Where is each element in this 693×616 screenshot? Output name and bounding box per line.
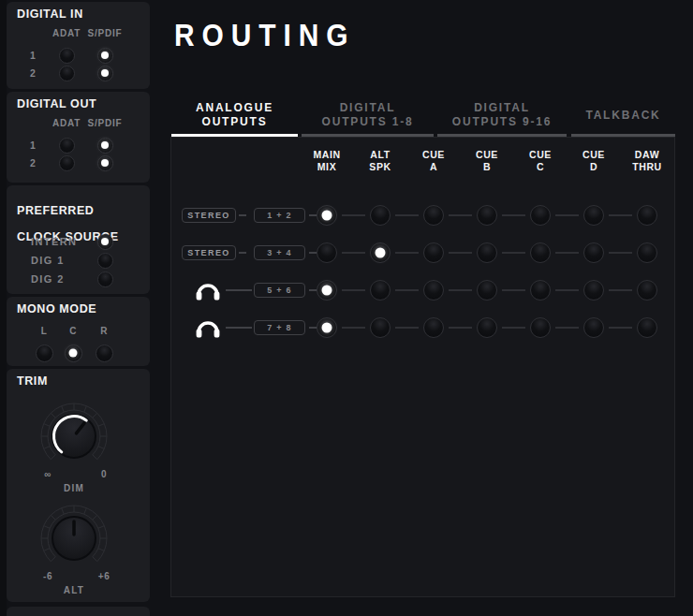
channel-number-label: 2 [25, 67, 40, 79]
radio-dot [101, 69, 109, 77]
routing-radio-3-4-alt-spk[interactable] [370, 242, 391, 263]
routing-radio-1-2-cue-c[interactable] [530, 205, 551, 226]
radio-dot [322, 211, 332, 221]
adat-radio[interactable] [59, 155, 75, 171]
alt-max-label: +6 [93, 571, 115, 581]
connector-line [342, 214, 365, 216]
clock-option-label-intern: INTERN [31, 236, 77, 247]
radio-dot [101, 159, 109, 167]
connector-line [342, 289, 365, 291]
radio-dot [101, 141, 109, 149]
connector-line [609, 327, 632, 329]
routing-radio-5-6-cue-b[interactable] [477, 280, 497, 301]
s-pdif-radio[interactable] [97, 66, 113, 81]
radio-dot [101, 51, 109, 59]
routing-radio-7-8-daw-thru[interactable] [637, 317, 657, 338]
alt-min-label: -6 [37, 571, 59, 581]
routing-radio-1-2-cue-b[interactable] [477, 205, 497, 226]
routing-radio-1-2-alt-spk[interactable] [370, 205, 391, 226]
routing-radio-7-8-cue-b[interactable] [477, 317, 497, 338]
mono-option-radio-l[interactable] [36, 345, 53, 362]
routing-radio-3-4-cue-a[interactable] [423, 242, 444, 263]
column-header-alt-spk: ALTSPK [352, 149, 408, 173]
mono-option-label-r: R [93, 326, 115, 336]
clock-source-section: PREFERRED CLOCK SOURCE INTERNDIG 1DIG 2 [7, 185, 150, 294]
mono-option-radio-r[interactable] [96, 345, 113, 362]
next-section-partial [7, 607, 150, 616]
stereo-badge[interactable]: STEREO [182, 245, 236, 260]
routing-radio-7-8-main-mix[interactable] [317, 317, 337, 338]
adat-radio[interactable] [59, 138, 75, 154]
radio-dot [376, 248, 386, 258]
column-header-cue-b: CUEB [459, 149, 515, 173]
mono-option-radio-c[interactable] [65, 345, 82, 362]
dim-knob[interactable] [37, 399, 111, 474]
tab-analogue-outputs[interactable]: ANALOGUEOUTPUTS [171, 88, 298, 137]
clock-option-radio-dig-2[interactable] [97, 271, 113, 287]
channel-number-label: 1 [25, 50, 40, 61]
page-title: ROUTING [174, 17, 355, 53]
s-pdif-radio[interactable] [97, 48, 113, 64]
clock-title-line1: PREFERRED [17, 204, 95, 217]
routing-radio-7-8-cue-a[interactable] [423, 317, 444, 338]
s-pdif-radio[interactable] [97, 155, 113, 171]
radio-dot [322, 323, 332, 333]
routing-radio-1-2-cue-d[interactable] [583, 205, 604, 226]
stereo-badge[interactable]: STEREO [182, 208, 236, 223]
column-header-cue-c: CUEC [512, 149, 568, 173]
mono-mode-title: MONO MODE [17, 302, 96, 315]
routing-radio-5-6-cue-c[interactable] [530, 280, 551, 301]
adat-radio[interactable] [59, 66, 75, 81]
tab-talkback[interactable]: TALKBACK [571, 88, 675, 137]
connector-line [502, 327, 525, 329]
column-header-daw-thru: DAWTHRU [619, 149, 675, 173]
clock-option-radio-intern[interactable] [97, 234, 113, 250]
routing-radio-3-4-main-mix[interactable] [317, 242, 337, 263]
digital-out-title: DIGITAL OUT [17, 97, 96, 110]
connector-dash [309, 327, 317, 329]
connector-line [609, 289, 632, 291]
clock-option-radio-dig-1[interactable] [97, 253, 113, 269]
dim-max-label: 0 [93, 469, 115, 479]
routing-radio-7-8-alt-spk[interactable] [370, 317, 391, 338]
alt-knob[interactable] [37, 501, 111, 576]
routing-radio-1-2-daw-thru[interactable] [637, 205, 657, 226]
connector-line [395, 327, 419, 329]
connector-line [226, 327, 252, 329]
connector-line [609, 214, 632, 216]
s-pdif-column-label: S/PDIF [81, 28, 128, 38]
s-pdif-radio[interactable] [97, 138, 113, 154]
channel-number-label: 1 [25, 139, 40, 151]
tab-digital-outputs-1-8[interactable]: DIGITALOUTPUTS 1-8 [302, 88, 434, 137]
routing-row-5-6: 5 + 6 [171, 280, 676, 301]
routing-radio-5-6-cue-d[interactable] [583, 280, 604, 301]
routing-radio-1-2-cue-a[interactable] [423, 205, 444, 226]
routing-radio-3-4-daw-thru[interactable] [637, 242, 657, 263]
routing-radio-5-6-main-mix[interactable] [317, 280, 337, 301]
s-pdif-column-label: S/PDIF [81, 118, 128, 128]
routing-row-7-8: 7 + 8 [171, 317, 676, 338]
connector-dash [309, 214, 317, 216]
routing-radio-5-6-daw-thru[interactable] [637, 280, 657, 301]
adat-radio[interactable] [59, 48, 75, 64]
headphones-icon [195, 318, 221, 338]
routing-radio-3-4-cue-b[interactable] [477, 242, 497, 263]
routing-row-1-2: STEREO1 + 2 [171, 205, 676, 226]
connector-line [449, 252, 472, 254]
routing-radio-7-8-cue-d[interactable] [583, 317, 604, 338]
routing-radio-5-6-alt-spk[interactable] [370, 280, 391, 301]
clock-option-label-dig-1: DIG 1 [31, 255, 65, 266]
routing-radio-5-6-cue-a[interactable] [423, 280, 444, 301]
tab-label: DIGITALOUTPUTS 9-16 [452, 101, 552, 129]
connector-line [502, 252, 525, 254]
routing-radio-3-4-cue-c[interactable] [530, 242, 551, 263]
connector-line [226, 289, 252, 291]
routing-radio-3-4-cue-d[interactable] [583, 242, 604, 263]
connector-dash [239, 214, 246, 216]
routing-radio-1-2-main-mix[interactable] [317, 205, 337, 226]
tab-digital-outputs-9-16[interactable]: DIGITALOUTPUTS 9-16 [437, 88, 567, 137]
routing-radio-7-8-cue-c[interactable] [530, 317, 551, 338]
connector-dash [239, 252, 246, 254]
tab-label: ANALOGUEOUTPUTS [196, 101, 273, 129]
connector-line [555, 252, 579, 254]
